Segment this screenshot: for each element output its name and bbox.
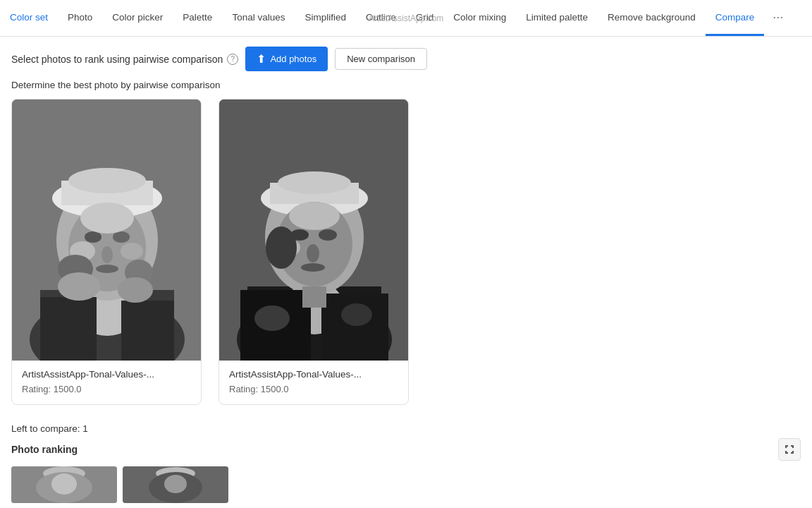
svg-point-52	[164, 475, 187, 493]
photo-card-rating-left: Rating: 1500.0	[22, 384, 191, 394]
nav-item-color-mixing[interactable]: Color mixing	[443, 0, 516, 36]
svg-point-36	[301, 263, 325, 272]
svg-rect-20	[121, 301, 174, 361]
thumb-svg-2	[123, 466, 228, 503]
add-photos-button[interactable]: ⬆ Add photos	[245, 47, 328, 71]
photo-card-body-right: ArtistAssistApp-Tonal-Values-... Rating:…	[219, 361, 408, 404]
nav-item-limited-palette[interactable]: Limited palette	[516, 0, 598, 36]
nav-item-palette[interactable]: Palette	[173, 0, 222, 36]
nav-item-simplified[interactable]: Simplified	[295, 0, 356, 36]
svg-point-35	[307, 244, 319, 262]
help-icon[interactable]: ?	[227, 54, 238, 65]
ranking-thumb-2[interactable]	[123, 466, 228, 503]
svg-point-42	[254, 306, 290, 331]
ranking-thumbnails	[11, 466, 801, 503]
toolbar-label: Select photos to rank using pairwise com…	[11, 54, 238, 65]
svg-point-13	[96, 265, 118, 273]
nav-item-compare[interactable]: Compare	[706, 0, 765, 36]
svg-rect-44	[302, 286, 326, 308]
photo-card-left[interactable]: ArtistAssistApp-Tonal-Values-... Rating:…	[11, 99, 202, 405]
svg-point-21	[58, 272, 100, 301]
nav-bar: Color set Photo Color picker Palette Ton…	[0, 0, 812, 37]
photo-image-right	[219, 99, 408, 361]
nav-more-button[interactable]: ···	[764, 0, 792, 36]
new-comparison-button[interactable]: New comparison	[335, 48, 427, 70]
nav-item-outline[interactable]: Outline	[356, 0, 406, 36]
nav-item-color-picker[interactable]: Color picker	[102, 0, 173, 36]
svg-rect-19	[40, 297, 97, 361]
subtitle-text: Determine the best photo by pairwise com…	[0, 77, 812, 99]
upload-icon: ⬆	[257, 52, 266, 66]
svg-point-43	[341, 303, 372, 326]
photo-card-body-left: ArtistAssistApp-Tonal-Values-... Rating:…	[12, 361, 201, 404]
portrait-svg-left	[12, 99, 202, 361]
svg-point-31	[278, 171, 351, 194]
svg-point-16	[80, 202, 134, 234]
photo-image-left	[12, 99, 201, 361]
left-to-compare-text: Left to compare: 1	[11, 423, 801, 434]
toolbar: Select photos to rank using pairwise com…	[0, 37, 812, 77]
svg-point-11	[113, 231, 130, 243]
photo-card-title-right: ArtistAssistApp-Tonal-Values-...	[229, 369, 398, 380]
nav-item-grid[interactable]: Grid	[406, 0, 444, 36]
comparison-grid: ArtistAssistApp-Tonal-Values-... Rating:…	[0, 99, 812, 416]
nav-item-photo[interactable]: Photo	[58, 0, 102, 36]
svg-point-34	[319, 229, 337, 241]
svg-point-10	[85, 231, 102, 243]
svg-point-12	[102, 246, 113, 263]
thumb-svg-1	[11, 466, 117, 503]
bottom-bar: Left to compare: 1 Photo ranking	[0, 416, 812, 508]
svg-point-39	[289, 202, 340, 230]
svg-point-48	[51, 473, 77, 495]
svg-point-22	[118, 277, 153, 303]
photo-card-title-left: ArtistAssistApp-Tonal-Values-...	[22, 369, 191, 380]
svg-point-15	[121, 243, 143, 260]
nav-item-tonal-values[interactable]: Tonal values	[222, 0, 295, 36]
svg-point-38	[266, 226, 297, 269]
photo-ranking-section: Photo ranking	[11, 438, 801, 461]
svg-point-8	[68, 168, 146, 193]
expand-icon	[784, 444, 795, 455]
photo-card-rating-right: Rating: 1500.0	[229, 384, 398, 394]
portrait-svg-right	[219, 99, 409, 361]
nav-item-color-set[interactable]: Color set	[0, 0, 58, 36]
ranking-thumb-1[interactable]	[11, 466, 117, 503]
nav-item-remove-background[interactable]: Remove background	[598, 0, 706, 36]
photo-card-right[interactable]: ArtistAssistApp-Tonal-Values-... Rating:…	[219, 99, 409, 405]
expand-button[interactable]	[778, 438, 801, 461]
photo-ranking-label: Photo ranking	[11, 444, 78, 455]
